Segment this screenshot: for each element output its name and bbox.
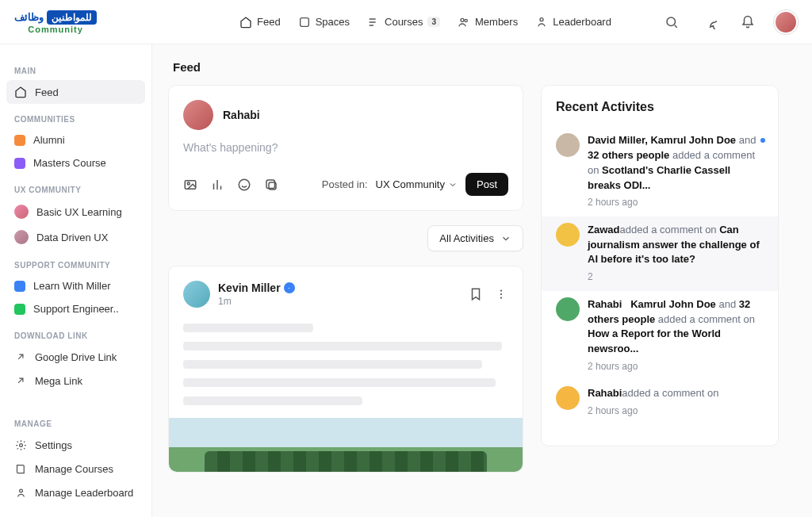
- sidebar-item-label: Manage Courses: [35, 463, 113, 475]
- sidebar-item-learn-miller[interactable]: Learn With Miller: [6, 274, 145, 297]
- svg-point-14: [500, 297, 502, 298]
- bookmark-button[interactable]: [469, 287, 483, 301]
- nav-spaces[interactable]: Spaces: [298, 16, 350, 29]
- activity-avatar: [556, 297, 580, 321]
- search-button[interactable]: [660, 10, 684, 34]
- sidebar-item-data-ux[interactable]: Data Driven UX: [6, 224, 145, 250]
- image-icon[interactable]: [183, 178, 197, 192]
- attachment-icon[interactable]: [264, 178, 278, 192]
- members-icon: [458, 16, 470, 29]
- nav-courses[interactable]: Courses 3: [367, 16, 440, 29]
- activity-item[interactable]: Rahabi Kamrul John Doe and 32 others peo…: [556, 291, 764, 381]
- post-time: 1m: [218, 296, 295, 307]
- composer-input[interactable]: What's happening?: [183, 141, 508, 154]
- home-icon: [14, 86, 27, 98]
- sidebar-item-label: Learn With Miller: [33, 280, 111, 292]
- sidebar-item-basic-ux[interactable]: Basic UX Learning: [6, 199, 145, 224]
- composer-avatar: [183, 100, 213, 130]
- nav-leaderboard[interactable]: Leaderboard: [535, 16, 611, 29]
- sidebar-item-manage-leaderboard[interactable]: Manage Leaderboard: [6, 481, 145, 504]
- activity-avatar: [556, 386, 580, 410]
- activity-avatar: [556, 133, 580, 157]
- posted-in-value: UX Community: [376, 178, 445, 190]
- search-icon: [665, 15, 679, 29]
- svg-point-1: [461, 18, 464, 21]
- external-link-icon: [14, 374, 27, 387]
- nav-spaces-label: Spaces: [316, 16, 350, 28]
- feed-post: Kevin Miller 1m: [168, 266, 523, 473]
- user-avatar[interactable]: [774, 10, 798, 34]
- post-avatar[interactable]: [183, 281, 210, 308]
- svg-rect-10: [266, 180, 275, 189]
- sidebar-item-label: Masters Course: [33, 157, 106, 169]
- external-link-icon: [14, 350, 27, 363]
- sidebar-item-label: Google Drive Link: [35, 351, 117, 363]
- page-title: Feed: [152, 44, 812, 85]
- leaderboard-icon: [535, 16, 548, 29]
- activity-body: David Miller, Kamrul John Doe and 32 oth…: [588, 133, 764, 210]
- composer-card: Rahabi What's happening? Posted in:: [168, 85, 523, 211]
- nav-feed[interactable]: Feed: [239, 16, 281, 29]
- activity-body: Rahabiadded a comment on2 hours ago: [588, 386, 718, 418]
- logo-pill: للمواطنين: [47, 10, 97, 25]
- emoji-icon[interactable]: [237, 178, 251, 192]
- activity-item[interactable]: Rahabiadded a comment on2 hours ago: [556, 380, 764, 424]
- svg-point-2: [465, 19, 467, 21]
- sidebar-item-masters[interactable]: Masters Course: [6, 151, 145, 174]
- bookmark-icon: [469, 287, 483, 301]
- sidebar-item-label: Mega Link: [35, 375, 82, 387]
- post-button[interactable]: Post: [465, 173, 508, 196]
- community-icon: [14, 281, 25, 292]
- svg-point-8: [187, 182, 190, 185]
- activity-item[interactable]: Zawadadded a comment on Can journalism a…: [542, 216, 778, 291]
- sidebar: MAIN Feed COMMUNITIES Alumni Masters Cou…: [0, 44, 152, 517]
- sidebar-item-gdrive[interactable]: Google Drive Link: [6, 345, 145, 369]
- sidebar-item-support-eng[interactable]: Support Engineer..: [6, 297, 145, 320]
- chat-icon: [703, 15, 717, 29]
- sidebar-item-label: Data Driven UX: [36, 232, 108, 243]
- sidebar-item-manage-courses[interactable]: Manage Courses: [6, 457, 145, 481]
- svg-point-5: [19, 443, 22, 446]
- post-author[interactable]: Kevin Miller: [218, 281, 295, 294]
- sidebar-item-label: Manage Leaderboard: [35, 487, 133, 499]
- logo[interactable]: وظائف للمواطنين Community: [14, 10, 97, 34]
- activity-body: Rahabi Kamrul John Doe and 32 others peo…: [588, 297, 764, 374]
- chevron-down-icon: [500, 233, 511, 244]
- filter-label: All Activities: [439, 232, 494, 244]
- activity-item[interactable]: David Miller, Kamrul John Doe and 32 oth…: [556, 127, 764, 216]
- recent-activities-panel: Recent Activites David Miller, Kamrul Jo…: [541, 85, 779, 446]
- community-avatar-icon: [14, 205, 29, 219]
- sidebar-item-label: Alumni: [33, 134, 65, 146]
- svg-rect-0: [300, 17, 308, 26]
- messages-button[interactable]: [698, 10, 722, 34]
- home-icon: [239, 16, 252, 29]
- logo-subtitle: Community: [28, 25, 83, 34]
- composer-name: Rahabi: [223, 109, 260, 121]
- poll-icon[interactable]: [210, 178, 224, 192]
- sidebar-item-alumni[interactable]: Alumni: [6, 128, 145, 151]
- more-button[interactable]: [494, 287, 508, 301]
- activity-filter[interactable]: All Activities: [427, 225, 523, 251]
- sidebar-item-settings[interactable]: Settings: [6, 433, 145, 457]
- nav-members[interactable]: Members: [458, 16, 518, 29]
- community-icon: [14, 135, 25, 146]
- bell-icon: [741, 15, 755, 29]
- svg-point-13: [500, 293, 502, 295]
- sidebar-item-feed[interactable]: Feed: [6, 80, 145, 104]
- more-vertical-icon: [494, 287, 508, 301]
- activity-avatar: [556, 223, 580, 247]
- topbar: وظائف للمواطنين Community Feed Spaces Co…: [0, 0, 812, 44]
- sidebar-header-manage: MANAGE: [6, 415, 145, 433]
- courses-badge: 3: [427, 17, 440, 27]
- activities-title: Recent Activites: [556, 100, 764, 114]
- activity-body: Zawadadded a comment on Can journalism a…: [588, 223, 764, 285]
- post-image[interactable]: [169, 418, 523, 472]
- svg-point-4: [667, 17, 676, 26]
- spaces-icon: [298, 16, 311, 29]
- svg-point-9: [239, 179, 250, 190]
- notifications-button[interactable]: [736, 10, 760, 34]
- nav-members-label: Members: [475, 16, 518, 28]
- sidebar-item-label: Support Engineer..: [33, 303, 119, 315]
- sidebar-item-mega[interactable]: Mega Link: [6, 369, 145, 393]
- posted-in-select[interactable]: UX Community: [376, 178, 458, 190]
